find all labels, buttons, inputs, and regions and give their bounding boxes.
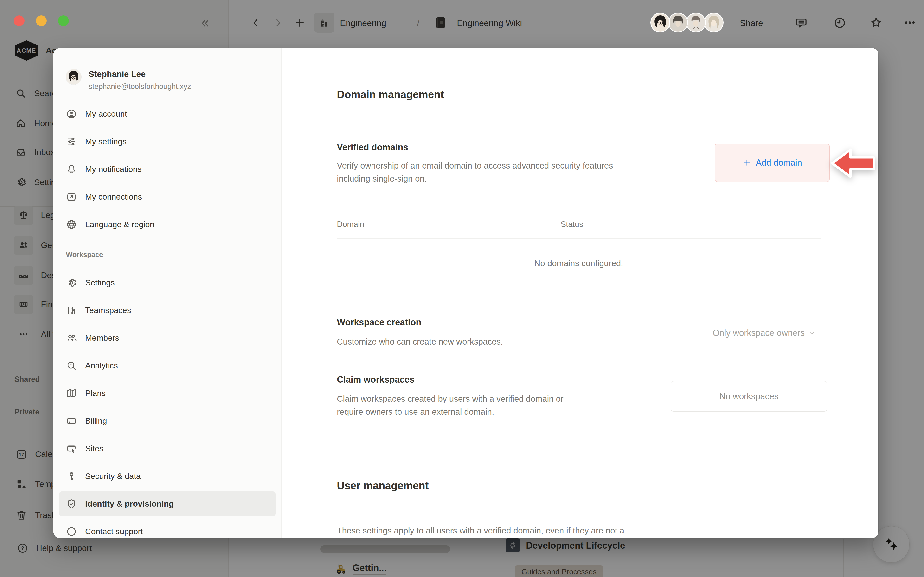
search-sparkle-icon [66,360,77,371]
user-avatar [66,69,81,85]
globe-icon [66,219,77,230]
add-domain-button[interactable]: Add domain [715,143,830,182]
section-divider [337,506,833,506]
avatar[interactable] [650,13,670,32]
settings-nav-teamspaces[interactable]: Teamspaces [59,298,276,322]
claim-workspaces-heading: Claim workspaces [337,375,415,385]
traffic-lights [14,15,69,26]
avatar[interactable] [668,13,688,32]
claim-workspaces-description: Claim workspaces created by users with a… [337,392,565,418]
account-header: Stephanie Lee stephanie@toolsforthought.… [66,69,191,91]
settings-nav-security-data[interactable]: Security & data [59,464,276,488]
user-management-heading: User management [337,480,428,492]
chevron-down-icon [809,329,816,337]
settings-sidebar: Stephanie Lee stephanie@toolsforthought.… [53,48,281,538]
close-window-button[interactable] [14,15,24,26]
sliders-icon [66,136,77,147]
section-divider [337,124,833,125]
settings-nav-analytics[interactable]: Analytics [59,353,276,378]
person-circle-icon [66,108,77,119]
settings-nav-members[interactable]: Members [59,326,276,350]
plus-icon [742,158,751,167]
settings-nav-my-connections[interactable]: My connections [59,184,276,209]
members-icon [66,332,77,343]
workspace-creation-heading: Workspace creation [337,318,421,327]
user-management-clipped-text: These settings apply to all users with a… [337,524,864,537]
verified-domains-heading: Verified domains [337,142,408,152]
avatar[interactable] [686,13,706,32]
table-header-domain: Domain [337,220,364,229]
settings-nav-identity-provisioning[interactable]: Identity & provisioning [59,492,276,516]
circle-icon [66,526,77,537]
building-icon [66,305,77,316]
settings-nav-sites[interactable]: Sites [59,436,276,461]
settings-nav-settings[interactable]: Settings [59,270,276,295]
annotation-arrow [829,146,876,181]
gear-icon [66,277,77,288]
notion-window: ACME Acme Inc Search Home Inbox Settings [0,0,924,577]
shield-check-icon [66,498,77,509]
settings-nav-plans[interactable]: Plans [59,381,276,406]
minimize-window-button[interactable] [36,15,47,26]
table-top-border [337,211,821,211]
table-header-border [337,239,821,239]
no-workspaces-button[interactable]: No workspaces [670,381,827,412]
map-icon [66,388,77,399]
table-header-status: Status [561,220,583,229]
settings-modal: Stephanie Lee stephanie@toolsforthought.… [53,48,878,538]
settings-nav-my-settings[interactable]: My settings [59,129,276,154]
credit-card-icon [66,416,77,427]
domain-management-title: Domain management [337,89,444,100]
settings-nav-billing[interactable]: Billing [59,408,276,433]
bell-icon [66,164,77,175]
settings-nav-language-region[interactable]: Language & region [59,212,276,237]
verified-domains-description: Verify ownership of an email domain to a… [337,159,635,185]
settings-nav-my-notifications[interactable]: My notifications [59,157,276,182]
avatar[interactable] [704,13,724,32]
account-email: stephanie@toolsforthought.xyz [89,82,191,91]
browser-cursor-icon [66,443,77,454]
arrow-up-right-square-icon [66,191,77,202]
workspace-section-header: Workspace [66,251,269,259]
zoom-window-button[interactable] [58,15,69,26]
account-name: Stephanie Lee [89,69,191,79]
key-icon [66,471,77,482]
settings-nav-my-account[interactable]: My account [59,102,276,126]
workspace-creation-description: Customize who can create new workspaces. [337,335,503,348]
workspace-creation-dropdown[interactable]: Only workspace owners [713,328,816,338]
table-empty-state: No domains configured. [337,257,821,270]
settings-content: Domain management Verified domains Verif… [281,48,878,538]
settings-nav-contact-support[interactable]: Contact support [59,519,276,538]
